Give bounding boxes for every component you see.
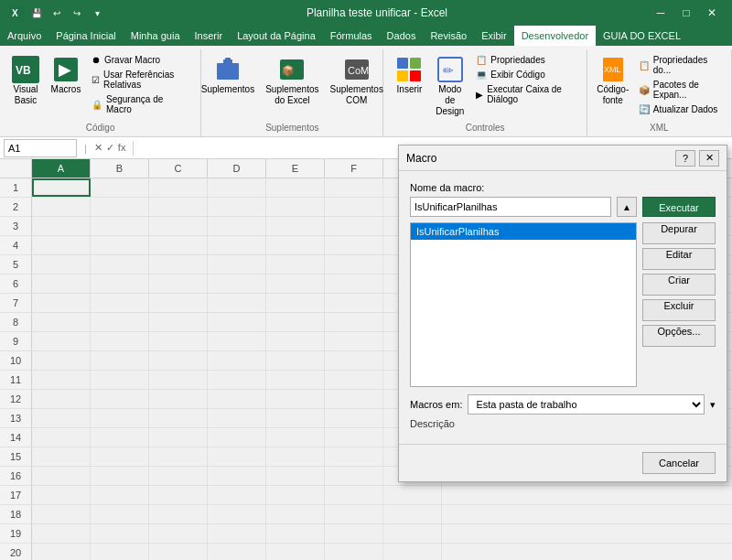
create-btn[interactable]: Criar xyxy=(642,274,716,296)
macro-list-container: IsUnificarPlanilhas Depurar Editar Criar… xyxy=(410,222,716,387)
delete-btn[interactable]: Excluir xyxy=(642,299,716,321)
macro-name-label: Nome da macro: xyxy=(410,182,716,193)
macro-name-row: ▲ Executar xyxy=(410,197,716,217)
modal-action-buttons: Depurar Editar Criar Excluir Opções... xyxy=(642,222,716,387)
macros-in-label: Macros em: xyxy=(410,399,462,410)
dropdown-arrow: ▾ xyxy=(710,399,716,411)
macro-dialog: Macro ? ✕ Nome da macro: ▲ Executar IsUn… xyxy=(398,145,727,482)
debug-btn[interactable]: Depurar xyxy=(642,222,716,244)
cancel-btn[interactable]: Cancelar xyxy=(642,452,716,474)
modal-close-btn[interactable]: ✕ xyxy=(699,150,719,167)
execute-btn[interactable]: Executar xyxy=(642,197,716,217)
edit-btn[interactable]: Editar xyxy=(642,248,716,270)
macro-list-item[interactable]: IsUnificarPlanilhas xyxy=(411,223,636,240)
modal-title: Macro xyxy=(406,152,436,165)
modal-help-btn[interactable]: ? xyxy=(675,150,695,167)
macros-in-select[interactable]: Esta pasta de trabalhoTodas as pastas ab… xyxy=(468,394,705,415)
macro-up-btn[interactable]: ▲ xyxy=(617,197,637,217)
macro-name-input[interactable] xyxy=(410,197,611,217)
modal-window-controls: ? ✕ xyxy=(675,150,719,167)
options-btn[interactable]: Opções... xyxy=(642,325,716,347)
macros-in-row: Macros em: Esta pasta de trabalhoTodas a… xyxy=(410,394,716,415)
macro-list[interactable]: IsUnificarPlanilhas xyxy=(410,222,637,387)
modal-footer: Cancelar xyxy=(399,444,727,481)
modal-overlay: Macro ? ✕ Nome da macro: ▲ Executar IsUn… xyxy=(0,0,732,560)
modal-content: Nome da macro: ▲ Executar IsUnificarPlan… xyxy=(399,171,727,444)
description-label: Descrição xyxy=(410,418,716,429)
modal-title-bar: Macro ? ✕ xyxy=(399,145,727,171)
